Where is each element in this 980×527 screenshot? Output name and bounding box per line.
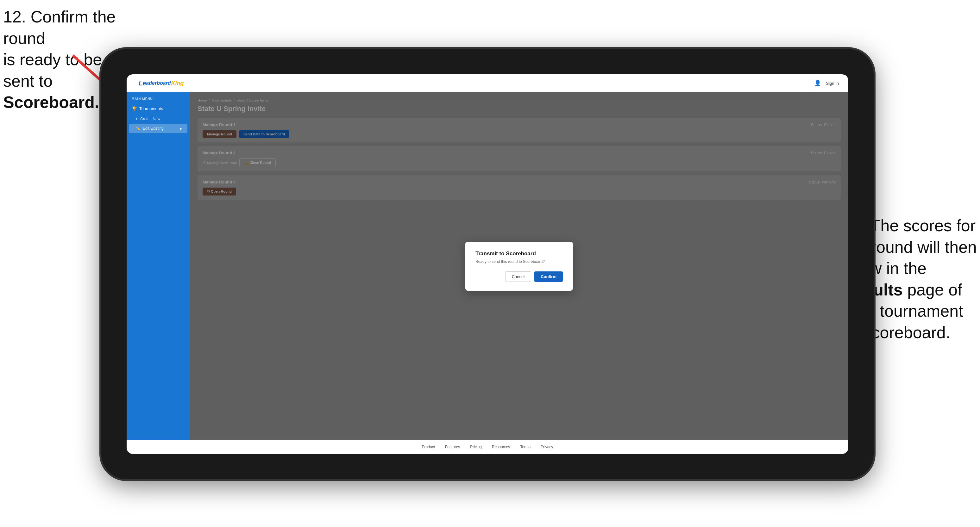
modal-subtitle: Ready to send this round to Scoreboard? — [476, 259, 563, 264]
logo-area: Le aderboard King — [136, 75, 186, 92]
tablet-screen: Le aderboard King 👤 Sign In MAIN MENU 🏆 … — [127, 75, 848, 454]
cursor-indicator: ▶ — [180, 127, 182, 130]
footer-link-terms[interactable]: Terms — [520, 445, 531, 449]
sidebar-item-tournaments[interactable]: 🏆 Tournaments — [127, 103, 190, 114]
top-bar-right: 👤 Sign In — [814, 80, 839, 87]
logo-wrapper: Le aderboard King — [136, 78, 186, 88]
sidebar-item-edit-existing[interactable]: ✏️ Edit Existing ▶ — [129, 124, 188, 133]
sidebar-item-create-new[interactable]: + Create New — [127, 114, 190, 124]
footer-link-product[interactable]: Product — [422, 445, 435, 449]
trophy-icon: 🏆 — [132, 106, 137, 111]
sign-in-button[interactable]: Sign In — [826, 81, 839, 86]
page-content: Home / Tournaments / State U Spring Invi… — [190, 92, 848, 440]
logo-icon: Le — [138, 80, 146, 87]
main-content: MAIN MENU 🏆 Tournaments + Create New ✏️ … — [127, 92, 848, 440]
annotation-line1: 12. Confirm the round — [3, 8, 116, 48]
transmit-modal: Transmit to Scoreboard Ready to send thi… — [465, 242, 573, 291]
sidebar: MAIN MENU 🏆 Tournaments + Create New ✏️ … — [127, 92, 190, 440]
annotation-line2: is ready to be sent to — [3, 50, 102, 90]
footer-link-privacy[interactable]: Privacy — [541, 445, 553, 449]
user-avatar-icon: 👤 — [814, 80, 821, 87]
sidebar-create-new-label: Create New — [140, 117, 160, 121]
plus-icon: + — [135, 117, 138, 121]
logo-aderboard: aderboard — [146, 80, 170, 86]
annotation-right-line4: page of — [903, 281, 962, 299]
modal-actions: Cancel Confirm — [476, 271, 563, 282]
tablet-frame: Le aderboard King 👤 Sign In MAIN MENU 🏆 … — [101, 49, 873, 479]
modal-cancel-button[interactable]: Cancel — [505, 271, 531, 282]
modal-confirm-button[interactable]: Confirm — [534, 271, 563, 282]
footer-link-features[interactable]: Features — [445, 445, 460, 449]
edit-icon: ✏️ — [135, 126, 140, 131]
sidebar-tournaments-label: Tournaments — [139, 106, 163, 111]
modal-overlay: Transmit to Scoreboard Ready to send thi… — [190, 92, 848, 440]
sidebar-menu-label: MAIN MENU — [127, 92, 190, 103]
footer: Product Features Pricing Resources Terms… — [127, 440, 848, 454]
top-bar: Le aderboard King 👤 Sign In — [127, 75, 848, 92]
sidebar-edit-existing-label: Edit Existing — [143, 126, 164, 131]
annotation-line3: Scoreboard. — [3, 93, 99, 111]
footer-link-pricing[interactable]: Pricing — [470, 445, 482, 449]
logo-king: King — [171, 80, 184, 87]
footer-link-resources[interactable]: Resources — [492, 445, 510, 449]
modal-title: Transmit to Scoreboard — [476, 251, 563, 257]
